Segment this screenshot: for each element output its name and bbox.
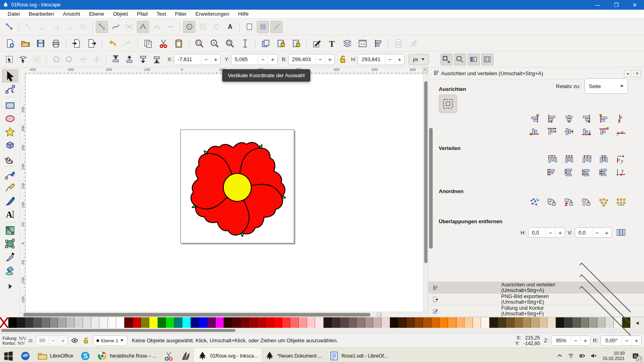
zoom-drawing[interactable] bbox=[208, 37, 221, 50]
text-dialog[interactable]: T bbox=[325, 37, 339, 50]
undo[interactable] bbox=[105, 37, 119, 50]
anchor-bottom-button[interactable] bbox=[528, 126, 541, 137]
zoom-page[interactable] bbox=[223, 37, 237, 50]
palette-swatch[interactable] bbox=[531, 317, 539, 328]
snap-text-baselines[interactable]: A bbox=[224, 21, 236, 33]
zoom-increment[interactable]: + bbox=[580, 336, 590, 346]
copy[interactable] bbox=[141, 37, 155, 50]
menu-ansicht[interactable]: Ansicht bbox=[58, 10, 85, 18]
close-button[interactable]: ✕ bbox=[625, 0, 644, 10]
zoom-selection[interactable] bbox=[192, 37, 206, 50]
palette-swatch[interactable] bbox=[489, 317, 498, 328]
height-spinbox[interactable]: 293,841 −+ bbox=[358, 54, 405, 65]
palette-swatch[interactable] bbox=[415, 317, 423, 328]
snap-bbox-center[interactable] bbox=[77, 21, 89, 33]
palette-swatch[interactable] bbox=[124, 317, 133, 328]
palette-swatch[interactable] bbox=[83, 317, 91, 328]
text-anchor-button[interactable]: ay bbox=[614, 113, 628, 124]
rectangle-tool[interactable] bbox=[2, 99, 18, 112]
maximize-button[interactable]: ❐ bbox=[607, 0, 625, 10]
palette-swatch[interactable] bbox=[547, 317, 556, 328]
zoom-spinbox[interactable]: 95% −+ bbox=[551, 335, 590, 346]
center-v-button[interactable] bbox=[562, 113, 576, 124]
opacity-spinbox[interactable]: 99 −+ bbox=[36, 335, 68, 346]
scale-corners-toggle[interactable] bbox=[454, 53, 466, 66]
y-decrement[interactable]: − bbox=[258, 54, 268, 65]
width-decrement[interactable]: − bbox=[315, 54, 325, 65]
dock-tab-0[interactable]: Ausrichten und verteilen (Umschalt+Strg+… bbox=[428, 282, 644, 294]
width-value[interactable]: 299,403 bbox=[289, 56, 315, 62]
palette-swatch[interactable] bbox=[133, 317, 141, 328]
taskbar-clock[interactable]: 10:3015.02.2021 bbox=[600, 351, 627, 361]
palette-swatch[interactable] bbox=[149, 317, 158, 328]
layers-dialog[interactable] bbox=[341, 37, 354, 50]
snap-bbox[interactable] bbox=[22, 21, 34, 33]
palette-swatch[interactable] bbox=[8, 317, 17, 328]
unclump-button[interactable] bbox=[614, 197, 628, 208]
width-spinbox[interactable]: 299,403 −+ bbox=[288, 54, 335, 65]
dock-close-button[interactable]: ✕ bbox=[634, 70, 641, 77]
move-gradients-toggle[interactable] bbox=[468, 53, 480, 66]
palette-scroll-left-button[interactable]: ◀ bbox=[630, 317, 644, 328]
taskbar-paint-app[interactable] bbox=[177, 348, 194, 362]
color-managed-display-icon[interactable] bbox=[377, 312, 382, 317]
canvas-horizontal-scrollbar[interactable] bbox=[20, 312, 428, 317]
spiral-tool[interactable] bbox=[2, 152, 18, 165]
opacity-decrement[interactable]: − bbox=[48, 336, 58, 346]
raise[interactable] bbox=[123, 53, 135, 66]
palette-swatch[interactable] bbox=[158, 317, 166, 328]
palette-swatch[interactable] bbox=[216, 317, 224, 328]
palette-swatch[interactable] bbox=[514, 317, 523, 328]
node-tool[interactable] bbox=[2, 82, 18, 96]
right-button[interactable] bbox=[580, 113, 593, 124]
taskbar-drawing-app[interactable] bbox=[160, 348, 177, 362]
gradient-tool[interactable] bbox=[2, 224, 18, 237]
rotate-cw[interactable] bbox=[63, 53, 75, 66]
graph-button[interactable] bbox=[528, 197, 541, 208]
snap-rotation-centers[interactable] bbox=[211, 21, 223, 33]
palette-swatch[interactable] bbox=[589, 317, 597, 328]
canvas-vertical-scrollbar[interactable] bbox=[423, 74, 428, 312]
anchor-right-button[interactable] bbox=[528, 113, 541, 124]
pencil-tool[interactable] bbox=[2, 181, 18, 194]
palette-swatch[interactable] bbox=[315, 317, 324, 328]
layer-lock-icon[interactable] bbox=[82, 336, 91, 345]
move-patterns-toggle[interactable] bbox=[481, 53, 493, 66]
deselect[interactable] bbox=[31, 53, 43, 66]
palette-swatch[interactable] bbox=[324, 317, 332, 328]
taskbar-thunderbird[interactable] bbox=[17, 348, 34, 362]
height-increment[interactable]: + bbox=[394, 54, 404, 65]
palette-swatch[interactable] bbox=[464, 317, 473, 328]
export[interactable] bbox=[85, 37, 99, 50]
palette-swatch[interactable] bbox=[166, 317, 174, 328]
snap-nodes[interactable] bbox=[96, 21, 108, 33]
snap-bbox-edge-midpoint[interactable] bbox=[63, 21, 75, 33]
exchange-button[interactable] bbox=[545, 197, 559, 208]
overlap-v-decrement[interactable]: − bbox=[592, 228, 602, 237]
menu-objekt[interactable]: Objekt bbox=[108, 10, 132, 18]
top-button[interactable] bbox=[545, 126, 559, 137]
cut[interactable] bbox=[157, 37, 170, 50]
fill-and-stroke-dialog[interactable] bbox=[310, 37, 324, 50]
x-decrement[interactable]: − bbox=[201, 54, 211, 65]
left-button[interactable] bbox=[545, 154, 559, 165]
minimize-button[interactable]: — bbox=[588, 0, 607, 10]
exchange-rot-button[interactable] bbox=[580, 197, 593, 208]
palette-swatch[interactable] bbox=[25, 317, 33, 328]
fill-stroke-indicator[interactable]: Füllung:N/V Kontur:N/V bbox=[2, 336, 26, 346]
palette-swatch[interactable] bbox=[456, 317, 465, 328]
palette-swatch[interactable] bbox=[340, 317, 349, 328]
palette-swatch[interactable] bbox=[556, 317, 564, 328]
tray-network[interactable] bbox=[566, 350, 576, 362]
palette-swatch[interactable] bbox=[141, 317, 149, 328]
lock-ratio-icon[interactable] bbox=[336, 53, 349, 66]
zoom-decrement[interactable]: − bbox=[571, 336, 580, 346]
dropper-tool[interactable] bbox=[2, 250, 18, 263]
menu-pfad[interactable]: Pfad bbox=[132, 10, 152, 18]
overlap-v-increment[interactable]: + bbox=[602, 228, 611, 237]
palette-swatch[interactable] bbox=[274, 317, 282, 328]
height-decrement[interactable]: − bbox=[385, 54, 394, 65]
current-layer-dropdown[interactable]: Ebene 1 bbox=[93, 335, 127, 346]
vertical-scroll-thumb[interactable] bbox=[424, 81, 427, 263]
taskbar-libreoffice-folder[interactable]: LibreOffice bbox=[34, 348, 77, 362]
